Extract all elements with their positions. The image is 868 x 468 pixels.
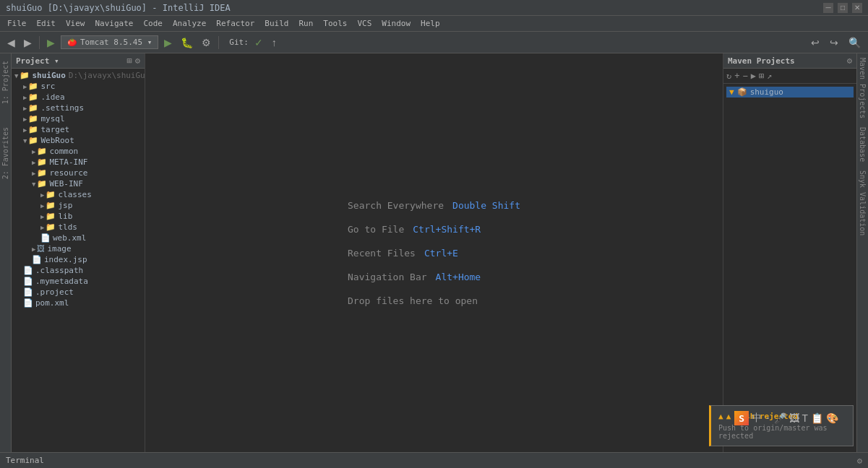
- tree-tlds[interactable]: ▶ 📁 tlds: [12, 222, 145, 233]
- tree-root[interactable]: ▼ 📁 shuiGuo D:\javayx\shuiGuo: [12, 70, 145, 81]
- toolbar-forward-button[interactable]: ▶: [21, 35, 35, 50]
- right-tab-snyk[interactable]: Snyk Validation: [858, 166, 867, 240]
- tree-index-jsp[interactable]: 📄 index.jsp: [12, 254, 145, 265]
- toolbar-back-button[interactable]: ◀: [4, 35, 18, 50]
- tree-project-file[interactable]: 📄 .project: [12, 287, 145, 298]
- menu-item-refactor[interactable]: Refactor: [212, 17, 259, 30]
- terminal-settings-icon[interactable]: ⚙: [857, 456, 862, 466]
- maven-header: Maven Projects ⚙: [723, 53, 856, 69]
- tree-webroot[interactable]: ▼ 📁 WebRoot: [12, 135, 145, 146]
- menu-item-window[interactable]: Window: [377, 17, 415, 30]
- left-tab-1[interactable]: 1: Project: [0, 56, 11, 108]
- menu-item-analyze[interactable]: Analyze: [168, 17, 210, 30]
- project-tree: ▼ 📁 shuiGuo D:\javayx\shuiGuo ▶ 📁 src ▶ …: [12, 69, 145, 452]
- menu-item-view[interactable]: View: [61, 17, 90, 30]
- menu-item-tools[interactable]: Tools: [319, 17, 351, 30]
- maven-item-shuiguo[interactable]: ▼ 📦 shuiguo: [726, 87, 854, 98]
- maven-open-btn[interactable]: ↗: [767, 71, 772, 81]
- s-bar-icon-5[interactable]: T: [802, 412, 808, 424]
- tree-classpath[interactable]: 📄 .classpath: [12, 265, 145, 276]
- maximize-button[interactable]: □: [838, 3, 848, 13]
- toolbar-separator-2: [218, 36, 219, 49]
- tree-jsp[interactable]: ▶ 📁 jsp: [12, 200, 145, 211]
- debug-tomcat-button[interactable]: 🐛: [178, 35, 196, 50]
- s-bar-icon-3[interactable]: 🎤: [774, 412, 786, 424]
- warning-icon: ▲: [718, 412, 723, 421]
- menu-item-navigate[interactable]: Navigate: [91, 17, 138, 30]
- tree-web-xml[interactable]: 📄 web.xml: [12, 233, 145, 243]
- s-bar-icon-6[interactable]: 📋: [811, 412, 823, 424]
- undo-button[interactable]: ↩: [808, 35, 822, 50]
- maven-tree: ▼ 📦 shuiguo: [723, 84, 856, 452]
- menu-item-help[interactable]: Help: [416, 17, 444, 30]
- s-bar-icon-1[interactable]: 中: [752, 412, 762, 425]
- tree-settings[interactable]: ▶ 📁 .settings: [12, 103, 145, 113]
- run-tomcat-button[interactable]: ▶: [161, 35, 175, 50]
- right-tab-maven[interactable]: Maven Projects: [858, 53, 867, 123]
- tree-resource[interactable]: ▶ 📁 resource: [12, 168, 145, 178]
- menu-item-build[interactable]: Build: [260, 17, 293, 30]
- terminal-header: Terminal ⚙: [0, 453, 868, 468]
- hint-drop-files: Drop files here to open: [348, 295, 520, 306]
- right-tab-database[interactable]: Database: [858, 123, 867, 166]
- menu-item-vcs[interactable]: VCS: [353, 17, 376, 30]
- maven-header-icons: ⚙: [847, 56, 852, 66]
- toolbar-separator-1: [39, 36, 40, 49]
- tree-web-inf[interactable]: ▼ 📁 WEB-INF: [12, 178, 145, 189]
- tree-lib[interactable]: ▶ 📁 lib: [12, 211, 145, 222]
- project-header: Project ▾ ⊞ ⚙: [12, 53, 145, 69]
- project-panel-title: Project ▾: [16, 56, 59, 66]
- s-bar-icon-4[interactable]: 🖼: [789, 412, 799, 424]
- s-bar-icon-2[interactable]: ·: [765, 412, 770, 424]
- git-check-button[interactable]: ✓: [252, 35, 266, 50]
- minimize-button[interactable]: ─: [823, 3, 833, 13]
- toolbar: ◀ ▶ ▶ 🍅 Tomcat 8.5.45 ▾ ▶ 🐛 ⚙ Git: ✓ ↑ ↩…: [0, 32, 868, 53]
- maven-phases-btn[interactable]: ⊞: [759, 71, 764, 81]
- left-sidebar-tabs: 1: Project 2: Favorites: [0, 53, 12, 452]
- git-commit-button[interactable]: ↑: [269, 35, 280, 50]
- toolbar-run-button[interactable]: ▶: [44, 35, 58, 50]
- maven-settings-icon[interactable]: ⚙: [847, 56, 852, 66]
- maven-remove-btn[interactable]: −: [742, 71, 747, 81]
- menu-item-edit[interactable]: Edit: [33, 17, 61, 30]
- hint-search-everywhere: Search Everywhere Double Shift: [348, 200, 520, 211]
- tree-common[interactable]: ▶ 📁 common: [12, 146, 145, 157]
- project-settings-icon[interactable]: ⚙: [135, 56, 140, 66]
- tree-pom-xml[interactable]: 📄 pom.xml: [12, 298, 145, 308]
- redo-button[interactable]: ↪: [827, 35, 841, 50]
- close-button[interactable]: ✕: [852, 3, 862, 13]
- maven-refresh-btn[interactable]: ↻: [726, 71, 731, 81]
- toolbar-settings-button[interactable]: ⚙: [199, 35, 214, 50]
- tree-classes[interactable]: ▶ 📁 classes: [12, 189, 145, 200]
- terminal-container: Terminal ⚙ Microsoft Windows [版本 10.0.19…: [0, 452, 868, 468]
- tree-src[interactable]: ▶ 📁 src: [12, 81, 145, 92]
- tree-idea[interactable]: ▶ 📁 .idea: [12, 92, 145, 103]
- tomcat-selector[interactable]: 🍅 Tomcat 8.5.45 ▾: [61, 35, 158, 49]
- push-rejected-message: Push to origin/master was rejected: [718, 424, 846, 440]
- left-tab-2[interactable]: 2: Favorites: [0, 123, 11, 183]
- tree-meta-inf[interactable]: ▶ 📁 META-INF: [12, 157, 145, 168]
- editor-area: Search Everywhere Double Shift Go to Fil…: [145, 53, 723, 452]
- project-sync-icon[interactable]: ⊞: [127, 56, 132, 66]
- main-layout: 1: Project 2: Favorites Project ▾ ⊞ ⚙ ▼ …: [0, 53, 868, 452]
- git-label: Git:: [229, 38, 249, 47]
- tree-mymetadata[interactable]: 📄 .mymetadata: [12, 276, 145, 287]
- s-logo[interactable]: S: [734, 411, 749, 425]
- tree-mysql[interactable]: ▶ 📁 mysql: [12, 113, 145, 124]
- project-panel: Project ▾ ⊞ ⚙ ▼ 📁 shuiGuo D:\javayx\shui…: [12, 53, 145, 452]
- tree-target[interactable]: ▶ 📁 target: [12, 124, 145, 135]
- title-text: shuiGuo [D:\javayx\shuiGuo] - IntelliJ I…: [6, 3, 231, 13]
- s-bar-icon-7[interactable]: 🎨: [826, 412, 838, 424]
- right-side-tabs: Maven Projects Database Snyk Validation: [856, 53, 868, 452]
- menu-item-run[interactable]: Run: [294, 17, 317, 30]
- title-bar: shuiGuo [D:\javayx\shuiGuo] - IntelliJ I…: [0, 0, 868, 16]
- menu-item-file[interactable]: File: [3, 17, 31, 30]
- maven-run-btn[interactable]: ▶: [751, 71, 756, 81]
- maven-add-btn[interactable]: +: [734, 71, 739, 81]
- tree-image[interactable]: ▶ 🖼 image: [12, 243, 145, 254]
- title-controls: ─ □ ✕: [823, 3, 862, 13]
- hint-navigation-bar: Navigation Bar Alt+Home: [348, 272, 520, 282]
- menu-item-code[interactable]: Code: [139, 17, 167, 30]
- search-everywhere-button[interactable]: 🔍: [846, 35, 864, 50]
- maven-toolbar: ↻ + − ▶ ⊞ ↗: [723, 69, 856, 84]
